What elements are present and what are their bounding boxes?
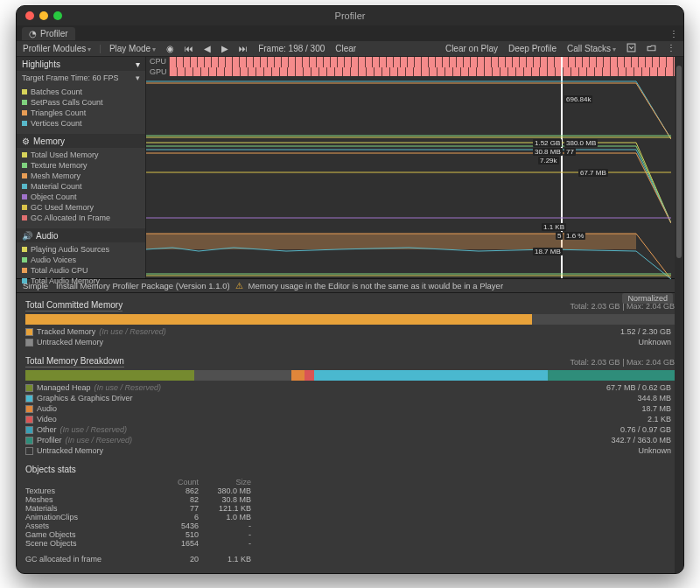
toolbar: Profiler Modules | Play Mode ◉ ⏮ ◀ ▶ ⏭ F… [17, 41, 683, 57]
legend-item[interactable]: Vertices Count [22, 118, 140, 129]
memory-module[interactable]: ⚙Memory [17, 134, 145, 148]
cpu-row-label: CPU [150, 57, 166, 66]
warning-icon: ⚠ [235, 281, 243, 290]
object-row: Materials77121.1 KB [25, 504, 675, 513]
checkbox-icon[interactable] [25, 437, 33, 444]
object-row: Textures862380.0 MB [25, 486, 675, 495]
committed-bar [25, 314, 675, 325]
checkbox-icon[interactable] [25, 416, 33, 424]
audio-module[interactable]: 🔊Audio [17, 228, 145, 242]
legend-item[interactable]: Batches Count [22, 87, 140, 97]
step-forward-button[interactable]: ▶ [219, 44, 231, 53]
object-row: AnimationClips61.0 MB [25, 513, 675, 522]
memory-row[interactable]: Graphics & Graphics Driver344.8 MB [25, 393, 675, 403]
object-row: Scene Objects1654- [25, 539, 675, 548]
step-back-button[interactable]: ◀ [201, 44, 214, 53]
gpu-framestrip[interactable] [169, 67, 683, 76]
target-frame-time[interactable]: Target Frame Time: 60 FPS▾ [17, 71, 145, 85]
checkbox-icon[interactable] [25, 328, 33, 336]
profiler-modules-dropdown[interactable]: Profiler Modules [20, 44, 94, 53]
checkbox-icon[interactable] [25, 405, 33, 413]
normalized-toggle[interactable]: Normalized [622, 293, 673, 304]
prev-frame-button[interactable]: ⏮ [182, 44, 196, 53]
context-menu-icon[interactable]: ⋮ [664, 43, 678, 54]
install-package-link[interactable]: Install Memory Profiler Package (Version… [56, 281, 230, 290]
memory-row[interactable]: Audio18.7 MB [25, 403, 675, 414]
breakdown-bar [25, 370, 675, 381]
simple-dropdown[interactable]: Simple [20, 281, 51, 290]
checkbox-icon[interactable] [25, 339, 33, 346]
clear-button[interactable]: Clear [332, 44, 359, 53]
memory-row[interactable]: Other (In use / Reserved)0.76 / 0.97 GB [25, 424, 675, 435]
memory-row[interactable]: Untracked MemoryUnknown [25, 337, 675, 347]
legend-item[interactable]: SetPass Calls Count [22, 97, 140, 108]
scrollbar[interactable] [675, 57, 683, 573]
object-row: Meshes8230.8 MB [25, 495, 675, 504]
warning-text: Memory usage in the Editor is not the sa… [248, 281, 503, 290]
frame-label: Frame: 198 / 300 [256, 44, 327, 53]
load-icon[interactable] [644, 43, 659, 54]
gear-icon: ⚙ [22, 136, 30, 146]
legend-item[interactable]: Mesh Memory [22, 171, 140, 181]
checkbox-icon[interactable] [25, 384, 33, 392]
legend-item[interactable]: Playing Audio Sources [22, 244, 140, 255]
breakdown-header: Total Memory Breakdown Total: 2.03 GB | … [25, 356, 675, 368]
scrollbar-thumb[interactable] [676, 66, 682, 258]
tab-profiler[interactable]: ◔ Profiler [22, 27, 75, 40]
legend-item[interactable]: Object Count [22, 192, 140, 202]
memory-row[interactable]: Tracked Memory (In use / Reserved)1.52 /… [25, 326, 675, 337]
committed-header: Total Committed Memory Total: 2.03 GB | … [25, 300, 675, 312]
legend-item[interactable]: Material Count [22, 181, 140, 192]
memory-row[interactable]: Profiler (In use / Reserved)342.7 / 363.… [25, 435, 675, 445]
memory-row[interactable]: Untracked MemoryUnknown [25, 445, 675, 456]
checkbox-icon[interactable] [25, 395, 33, 402]
deep-profile-toggle[interactable]: Deep Profile [506, 44, 559, 53]
chart-region: Highlights▾ Target Frame Time: 60 FPS▾ B… [17, 57, 683, 279]
speaker-icon: 🔊 [22, 231, 32, 241]
window-title: Profiler [17, 10, 683, 21]
tab-bar: ◔ Profiler ⋮ [17, 25, 683, 41]
memory-row[interactable]: Video2.1 KB [25, 414, 675, 424]
legend-item[interactable]: Total Audio CPU [22, 265, 140, 276]
titlebar[interactable]: Profiler [17, 6, 683, 25]
legend-item[interactable]: Audio Voices [22, 255, 140, 265]
legend-item[interactable]: Total Used Memory [22, 150, 140, 160]
save-icon[interactable] [624, 43, 639, 54]
module-sidebar: Highlights▾ Target Frame Time: 60 FPS▾ B… [17, 57, 146, 278]
object-row: Game Objects510- [25, 530, 675, 539]
legend-item[interactable]: Triangles Count [22, 108, 140, 118]
object-row: Assets5436- [25, 522, 675, 530]
cpu-framestrip[interactable] [169, 57, 683, 67]
tab-icon: ◔ [29, 29, 37, 38]
memory-details: Normalized Total Committed Memory Total:… [17, 293, 683, 573]
profiler-window: Profiler ◔ Profiler ⋮ Profiler Modules |… [16, 5, 684, 574]
memory-row[interactable]: Managed Heap (In use / Reserved)67.7 MB … [25, 382, 675, 393]
record-button[interactable]: ◉ [164, 44, 177, 53]
highlights-module[interactable]: Highlights▾ [17, 57, 145, 71]
clear-on-play-toggle[interactable]: Clear on Play [443, 44, 500, 53]
call-stacks-dropdown[interactable]: Call Stacks [564, 44, 619, 53]
gpu-row-label: GPU [150, 67, 167, 76]
next-frame-button[interactable]: ⏭ [236, 44, 250, 53]
legend-item[interactable]: GC Used Memory [22, 202, 140, 213]
legend-item[interactable]: GC Allocated In Frame [22, 213, 140, 223]
checkbox-icon[interactable] [25, 447, 33, 455]
checkbox-icon[interactable] [25, 426, 33, 434]
play-mode-dropdown[interactable]: Play Mode [107, 44, 158, 53]
svg-rect-0 [627, 44, 635, 52]
tab-menu-icon[interactable]: ⋮ [669, 29, 683, 38]
legend-item[interactable]: Texture Memory [22, 160, 140, 171]
chart-area[interactable]: CPU GPU 696.84k 1.52 GB [146, 57, 683, 278]
